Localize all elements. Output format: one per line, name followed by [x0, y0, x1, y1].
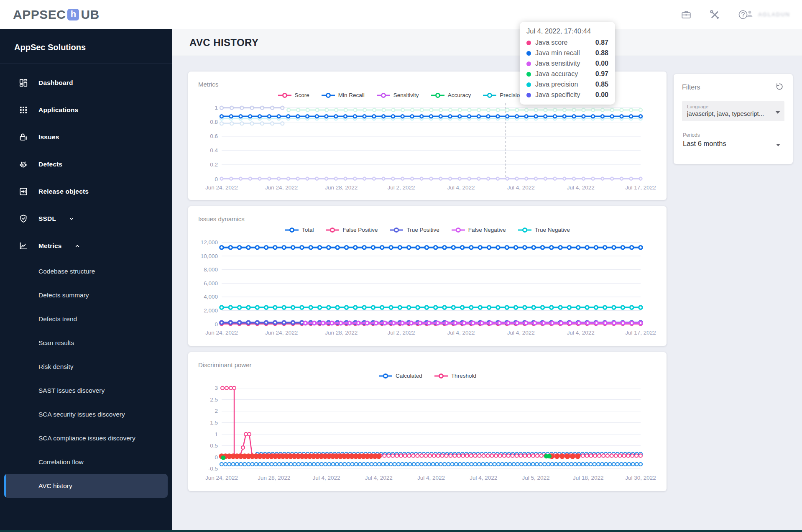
svg-text:12,000: 12,000: [201, 239, 218, 246]
series-dot-icon: [526, 82, 531, 87]
legend-marker-icon: [518, 227, 532, 233]
svg-text:Jul 30, 2022: Jul 30, 2022: [625, 475, 656, 481]
svg-text:-0.5: -0.5: [208, 466, 218, 472]
tooltip-row: Java specificity0.00: [526, 91, 608, 99]
svg-text:Jul 4, 2022: Jul 4, 2022: [447, 184, 475, 191]
legend-item-false-negative[interactable]: False Negative: [451, 227, 506, 233]
svg-text:0.8: 0.8: [210, 119, 218, 125]
chevron-down-icon: [67, 214, 76, 223]
sidebar-item-issues[interactable]: Issues: [0, 123, 172, 151]
language-label: Language: [687, 104, 774, 109]
legend-label: Total: [302, 227, 314, 233]
legend-label: True Negative: [535, 227, 570, 233]
issues-dynamics-card-title: Issues dynamics: [198, 215, 656, 223]
legend-marker-icon: [451, 227, 465, 233]
legend-item-total[interactable]: Total: [285, 227, 314, 233]
language-select[interactable]: Language javascript, java, typescript...: [682, 101, 784, 121]
issues-dynamics-legend: TotalFalse PositiveTrue PositiveFalse Ne…: [198, 227, 656, 233]
series-dot-icon: [526, 41, 531, 45]
dashboard-icon: [18, 78, 28, 88]
svg-text:2.5: 2.5: [210, 396, 218, 403]
legend-item-calculated[interactable]: Calculated: [378, 373, 422, 379]
tooltip-row: Java min recall0.88: [526, 49, 608, 57]
sidebar-item-risk-density[interactable]: Risk density: [0, 355, 172, 379]
svg-text:Jun 24, 2022: Jun 24, 2022: [205, 184, 238, 191]
issues-dynamics-chart[interactable]: 12,00010,0008,0006,0004,0002,0000Jun 24,…: [198, 235, 656, 340]
sidebar-item-label: Applications: [38, 106, 78, 114]
chevron-down-icon: [776, 144, 780, 146]
sidebar-item-dashboard[interactable]: Dashboard: [0, 69, 172, 96]
sidebar-item-applications[interactable]: Applications: [0, 96, 172, 123]
legend-marker-icon: [483, 92, 497, 98]
legend-marker-icon: [321, 92, 335, 98]
svg-text:Jul 4, 2022: Jul 4, 2022: [447, 330, 475, 336]
svg-text:Jul 4, 2022: Jul 4, 2022: [312, 475, 340, 481]
svg-text:Jun 28, 2022: Jun 28, 2022: [325, 184, 358, 191]
legend-item-precision[interactable]: Precision: [483, 92, 523, 98]
legend-marker-icon: [285, 227, 299, 233]
tooltip-series-label: Java precision: [535, 81, 591, 88]
chart-tooltip: Jul 4, 2022, 17:40:44 Java score0.87Java…: [520, 22, 615, 105]
sidebar-item-defects[interactable]: Defects: [0, 151, 172, 178]
metrics-chart[interactable]: 10.80.60.40.20Jun 24, 2022Jun 24, 2022Ju…: [198, 100, 656, 194]
briefcase-icon[interactable]: [681, 9, 692, 20]
legend-label: False Negative: [468, 227, 506, 233]
legend-item-threshold[interactable]: Threshold: [434, 373, 476, 379]
svg-text:3: 3: [215, 385, 218, 391]
discriminant-power-legend: CalculatedThreshold: [198, 373, 656, 379]
username: AGLADUN: [758, 11, 790, 18]
legend-label: Min Recall: [338, 92, 365, 98]
tooltip-series-value: 0.97: [595, 70, 608, 78]
sidebar-item-defects-summary[interactable]: Defects summary: [0, 283, 172, 307]
sidebar-item-metrics[interactable]: Metrics: [0, 232, 172, 259]
legend-item-sensitivity[interactable]: Sensitivity: [376, 92, 419, 98]
appsechub-logo[interactable]: APPSEC h UB: [13, 8, 100, 22]
sidebar-item-release-objects[interactable]: Release objects: [0, 178, 172, 205]
page-header: AVC HISTORY: [172, 29, 802, 56]
legend-item-true-negative[interactable]: True Negative: [518, 227, 570, 233]
legend-item-min-recall[interactable]: Min Recall: [321, 92, 365, 98]
svg-text:Jul 4, 2022: Jul 4, 2022: [507, 184, 535, 191]
sidebar-item-correlation-flow[interactable]: Correlation flow: [0, 450, 172, 474]
svg-text:2: 2: [215, 408, 218, 414]
sidebar-item-defects-trend[interactable]: Defects trend: [0, 307, 172, 331]
svg-text:2,000: 2,000: [204, 307, 218, 314]
legend-item-true-positive[interactable]: True Positive: [389, 227, 439, 233]
user-menu[interactable]: AGLADUN: [745, 9, 790, 20]
tooltip-series-value: 0.87: [595, 39, 608, 46]
reset-filters-icon[interactable]: [774, 82, 784, 93]
sidebar-item-scan-results[interactable]: Scan results: [0, 331, 172, 355]
legend-item-score[interactable]: Score: [278, 92, 309, 98]
sidebar-title: AppSec Solutions: [0, 29, 172, 64]
sidebar-item-sca-security-issues-discovery[interactable]: SCA security issues discovery: [0, 402, 172, 426]
tooltip-series-label: Java specificity: [535, 91, 591, 99]
legend-label: True Positive: [406, 227, 439, 233]
svg-text:4,000: 4,000: [204, 294, 218, 300]
svg-text:Jul 17, 2022: Jul 17, 2022: [625, 330, 656, 336]
sidebar-item-codebase-structure[interactable]: Codebase structure: [0, 259, 172, 283]
tooltip-row: Java accuracy0.97: [526, 70, 608, 78]
sidebar-item-label: Metrics: [38, 242, 62, 250]
sidebar-item-sast-issues-discovery[interactable]: SAST issues discovery: [0, 379, 172, 402]
legend-marker-icon: [389, 227, 404, 233]
sidebar-item-label: Codebase structure: [38, 268, 95, 275]
logo-text-suffix: UB: [81, 8, 99, 22]
svg-text:8,000: 8,000: [204, 266, 218, 273]
sidebar-item-ssdl[interactable]: SSDL: [0, 205, 172, 232]
legend-item-accuracy[interactable]: Accuracy: [431, 92, 471, 98]
discriminant-power-chart[interactable]: 32.521.510.50-0.5Jun 24, 2022Jun 28, 202…: [198, 381, 656, 485]
logo-h-icon: h: [67, 9, 79, 20]
legend-item-false-positive[interactable]: False Positive: [325, 227, 378, 233]
svg-text:Jul 4, 2022: Jul 4, 2022: [567, 184, 595, 191]
legend-label: Calculated: [396, 373, 422, 379]
sidebar-item-label: Defects summary: [38, 292, 89, 299]
sidebar-item-avc-history[interactable]: AVC history: [4, 474, 168, 498]
sidebar-item-label: Defects: [38, 161, 62, 168]
periods-select[interactable]: Periods Last 6 months: [682, 132, 784, 152]
sidebar-item-sca-compliance-issues-discovery[interactable]: SCA compliance issues discovery: [0, 426, 172, 450]
svg-text:Jun 24, 2022: Jun 24, 2022: [205, 475, 238, 481]
tools-icon[interactable]: [709, 9, 720, 20]
shield-icon: [18, 214, 28, 224]
apps-icon: [18, 105, 28, 115]
legend-label: Threshold: [451, 373, 476, 379]
